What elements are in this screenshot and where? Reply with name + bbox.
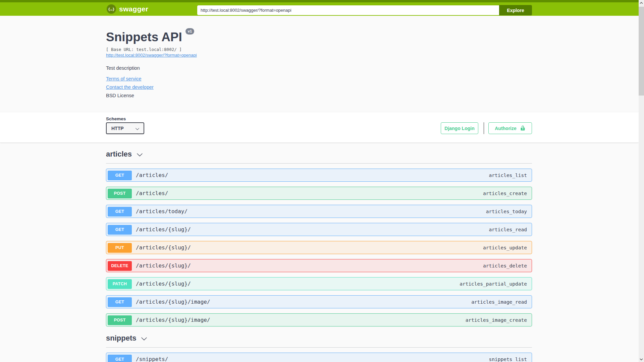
- swagger-logo-icon: {…}: [107, 4, 116, 14]
- operation-path: /articles/: [136, 187, 168, 200]
- operation-path: /articles/{slug}/: [136, 223, 191, 236]
- topbar: {…} swagger Explore: [0, 0, 639, 16]
- operation-path: /snippets/: [136, 353, 168, 362]
- method-badge: GET: [108, 207, 132, 217]
- operation-id: articles_list: [489, 169, 527, 182]
- operation-id: articles_read: [489, 223, 527, 236]
- operation-row[interactable]: GET /articles/{slug}/image/ articles_ima…: [106, 295, 532, 308]
- auth-wrapper: Django Login Authorize: [441, 122, 532, 134]
- operation-path: /articles/{slug}/: [136, 259, 191, 272]
- operation-id: snippets_list: [489, 353, 527, 362]
- api-title-text: Snippets API: [106, 30, 182, 44]
- tag-divider: [106, 347, 532, 348]
- chevron-down-icon: [137, 152, 143, 158]
- operation-id: articles_partial_update: [460, 278, 527, 290]
- swagger-logo-text: swagger: [119, 5, 148, 13]
- method-badge: GET: [108, 225, 132, 235]
- operation-row[interactable]: PATCH /articles/{slug}/ articles_partial…: [106, 277, 532, 290]
- api-description: Test description: [106, 65, 140, 71]
- authorize-button[interactable]: Authorize: [488, 122, 532, 134]
- operation-id: articles_create: [483, 187, 527, 200]
- operation-id: articles_image_read: [471, 296, 527, 308]
- operation-row[interactable]: DELETE /articles/{slug}/ articles_delete: [106, 259, 532, 272]
- operation-id: articles_today: [486, 205, 527, 218]
- method-badge: POST: [108, 189, 132, 198]
- operation-id: articles_update: [483, 241, 527, 254]
- operation-row[interactable]: GET /snippets/ snippets_list: [106, 353, 532, 362]
- operation-path: /articles/{slug}/image/: [136, 296, 210, 308]
- version-badge: v1: [185, 28, 194, 35]
- tag-section: articles GET /articles/ articles_list PO…: [106, 149, 532, 326]
- method-badge: GET: [108, 355, 132, 362]
- tag-rows: GET /snippets/ snippets_list: [106, 353, 532, 362]
- method-badge: GET: [108, 297, 132, 307]
- scheme-select[interactable]: HTTP: [106, 122, 144, 134]
- operation-row[interactable]: POST /articles/{slug}/image/ articles_im…: [106, 313, 532, 326]
- base-url: [ Base URL: test.local:8002/ ]: [106, 47, 182, 52]
- contact-developer-link[interactable]: Contact the developer: [106, 84, 154, 90]
- operation-row[interactable]: GET /articles/ articles_list: [106, 169, 532, 182]
- unlocked-padlock-icon: [520, 125, 526, 131]
- spec-url-input[interactable]: [197, 5, 499, 15]
- tag-title: articles: [106, 150, 132, 159]
- method-badge: GET: [108, 171, 132, 180]
- operation-path: /articles/: [136, 169, 168, 182]
- scrollbar-thumb[interactable]: [639, 7, 644, 96]
- scroll-up-arrow-icon[interactable]: [639, 0, 644, 6]
- method-badge: POST: [108, 315, 132, 325]
- method-badge: PATCH: [108, 279, 132, 289]
- tag-header[interactable]: articles: [106, 149, 532, 159]
- tag-rows: GET /articles/ articles_list POST /artic…: [106, 169, 532, 326]
- auth-divider: [483, 122, 484, 134]
- operation-id: articles_delete: [483, 259, 527, 272]
- tag-section: snippets GET /snippets/ snippets_list: [106, 333, 532, 362]
- operation-path: /articles/{slug}/image/: [136, 314, 210, 326]
- operation-id: articles_image_create: [466, 314, 527, 326]
- scroll-down-arrow-icon[interactable]: [639, 356, 644, 362]
- vertical-scrollbar[interactable]: [639, 0, 644, 362]
- license-text: BSD License: [106, 93, 134, 98]
- operation-row[interactable]: POST /articles/ articles_create: [106, 187, 532, 200]
- schemes-label: Schemes: [106, 116, 126, 121]
- terms-of-service-link[interactable]: Terms of service: [106, 76, 142, 81]
- chevron-down-icon: [135, 127, 140, 132]
- operation-path: /articles/{slug}/: [136, 278, 191, 290]
- chevron-down-icon: [141, 336, 147, 342]
- operation-row[interactable]: GET /articles/today/ articles_today: [106, 205, 532, 218]
- swagger-logo: {…} swagger: [107, 4, 148, 14]
- operation-row[interactable]: PUT /articles/{slug}/ articles_update: [106, 241, 532, 254]
- tag-divider: [106, 163, 532, 164]
- authorize-label: Authorize: [495, 126, 517, 131]
- operation-path: /articles/{slug}/: [136, 241, 191, 254]
- scheme-container: Schemes HTTP Django Login Authorize: [0, 112, 639, 142]
- scheme-selected-value: HTTP: [111, 126, 124, 131]
- method-badge: PUT: [108, 243, 132, 253]
- tag-title: snippets: [106, 334, 136, 343]
- tag-header[interactable]: snippets: [106, 333, 532, 343]
- operation-path: /articles/today/: [136, 205, 187, 218]
- method-badge: DELETE: [108, 261, 132, 271]
- operation-row[interactable]: GET /articles/{slug}/ articles_read: [106, 223, 532, 236]
- spec-link[interactable]: http://test.local:8002/swagger/?format=o…: [106, 53, 197, 58]
- page-title: Snippets APIv1: [106, 30, 194, 44]
- django-login-button[interactable]: Django Login: [441, 122, 478, 134]
- explore-button[interactable]: Explore: [499, 5, 532, 15]
- operations-sections: articles GET /articles/ articles_list PO…: [106, 149, 532, 362]
